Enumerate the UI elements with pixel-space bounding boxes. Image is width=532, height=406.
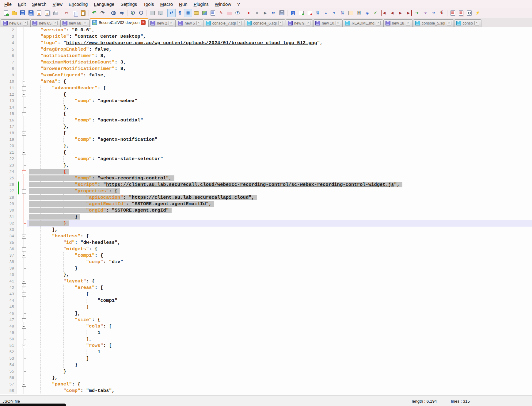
sort-descending-button[interactable] bbox=[330, 9, 338, 17]
fold-margin[interactable] bbox=[21, 252, 27, 259]
code-text[interactable]: "comp": "agentx-webex" bbox=[27, 98, 532, 104]
code-text[interactable]: "properties": { bbox=[27, 188, 532, 194]
code-text[interactable]: } bbox=[27, 362, 532, 368]
redo-button[interactable] bbox=[98, 9, 107, 17]
doc-arrow-blue-button[interactable] bbox=[429, 9, 438, 17]
code-text[interactable]: } bbox=[27, 214, 532, 220]
code-text[interactable]: { bbox=[27, 169, 532, 175]
menu-item-file[interactable]: File bbox=[1, 1, 15, 7]
code-text[interactable]: "dragDropEnabled": false, bbox=[27, 46, 532, 53]
fold-collapse-icon[interactable] bbox=[22, 293, 26, 297]
paste-button[interactable] bbox=[79, 9, 87, 17]
code-text[interactable]: "version": "0.0.6", bbox=[27, 27, 532, 33]
menu-item-search[interactable]: Search bbox=[29, 1, 50, 7]
xml-tools-button[interactable] bbox=[363, 9, 371, 17]
compare-search-button[interactable] bbox=[465, 9, 473, 17]
code-text[interactable]: "notificationTimer": 8, bbox=[27, 53, 532, 59]
close-doc-button[interactable] bbox=[35, 9, 43, 17]
fold-margin[interactable] bbox=[21, 317, 27, 323]
macro-play-button[interactable] bbox=[261, 9, 269, 17]
close-icon[interactable]: ✕ bbox=[141, 20, 146, 25]
fold-margin[interactable] bbox=[21, 323, 27, 330]
fold-collapse-icon[interactable] bbox=[22, 254, 26, 258]
code-text[interactable]: "logo": "https://www.broadsource.com.au/… bbox=[27, 40, 532, 46]
code-text[interactable]: "cols": [ bbox=[27, 323, 532, 330]
code-text[interactable]: "id": "dw-headless", bbox=[27, 239, 532, 246]
macro-save-button[interactable] bbox=[278, 9, 286, 17]
menu-item-plugins[interactable]: Plugins bbox=[191, 1, 212, 7]
close-icon[interactable]: ✕ bbox=[169, 21, 173, 25]
sort-block-button[interactable] bbox=[314, 9, 322, 17]
fold-collapse-icon[interactable] bbox=[22, 235, 26, 239]
sort-ascending-button[interactable] bbox=[322, 9, 330, 17]
word-wrap-button[interactable] bbox=[167, 9, 176, 17]
url-text[interactable]: https://client.au.lab.securecallapi.clou… bbox=[132, 195, 249, 200]
code-text[interactable]: "widgets": { bbox=[27, 246, 532, 252]
new-file-button[interactable] bbox=[2, 9, 10, 17]
document-map-button[interactable] bbox=[200, 9, 209, 17]
function-list-button[interactable] bbox=[209, 9, 217, 17]
nav-last-button[interactable] bbox=[405, 9, 413, 17]
fold-collapse-icon[interactable] bbox=[22, 318, 26, 322]
fold-margin[interactable] bbox=[21, 233, 27, 239]
code-text[interactable]: { bbox=[27, 149, 532, 156]
tab-new-2[interactable]: new 2✕ bbox=[148, 19, 176, 27]
sync-scroll-h-button[interactable] bbox=[156, 9, 165, 17]
code-text[interactable]: ], bbox=[27, 227, 532, 233]
code-text[interactable]: "comp": "agentx-state-selector" bbox=[27, 156, 532, 162]
code-text[interactable]: "maximumNotificationCount": 3, bbox=[27, 59, 532, 66]
table-insert-green-button[interactable] bbox=[297, 9, 305, 17]
fold-collapse-icon[interactable] bbox=[22, 151, 26, 155]
code-text[interactable]: ], bbox=[27, 336, 532, 343]
doc-arrow-green-button[interactable] bbox=[413, 9, 421, 17]
compare-files-button[interactable] bbox=[449, 9, 457, 17]
code-text[interactable]: } bbox=[27, 368, 532, 375]
fold-margin[interactable] bbox=[21, 169, 27, 175]
code-text[interactable]: "rows": [ bbox=[27, 343, 532, 349]
color-table-button[interactable] bbox=[347, 9, 355, 17]
save-all-button[interactable] bbox=[27, 9, 35, 17]
code-text[interactable]: "comp": "agentx-notification" bbox=[27, 136, 532, 143]
menu-item-edit[interactable]: Edit bbox=[15, 1, 29, 7]
cut-button[interactable] bbox=[63, 9, 71, 17]
code-text[interactable]: "comp1" bbox=[27, 297, 532, 304]
menu-item-encoding[interactable]: Encoding bbox=[66, 1, 91, 7]
tab-new-68[interactable]: new 68✕ bbox=[60, 19, 90, 27]
print-button[interactable] bbox=[51, 9, 60, 17]
fold-collapse-icon[interactable] bbox=[22, 170, 26, 174]
readonly-pen-button[interactable] bbox=[438, 9, 446, 17]
code-text[interactable]: "areas": [ bbox=[27, 285, 532, 291]
indent-guide-button[interactable] bbox=[184, 9, 192, 17]
sync-scroll-v-button[interactable] bbox=[148, 9, 156, 17]
close-icon[interactable]: ✕ bbox=[306, 21, 310, 25]
code-text[interactable]: { bbox=[27, 130, 532, 136]
menu-item-settings[interactable]: Settings bbox=[117, 1, 140, 7]
menu-item-tools[interactable]: Tools bbox=[140, 1, 157, 7]
close-icon[interactable]: ✕ bbox=[447, 21, 451, 25]
code-text[interactable]: }, bbox=[27, 104, 532, 111]
close-all-docs-button[interactable] bbox=[43, 9, 51, 17]
bookmark-flag-1-button[interactable] bbox=[289, 9, 297, 17]
code-text[interactable]: 1 bbox=[27, 330, 532, 336]
code-text[interactable]: 1 bbox=[27, 349, 532, 355]
fold-collapse-icon[interactable] bbox=[22, 325, 26, 329]
copy-button[interactable] bbox=[71, 9, 79, 17]
fold-margin[interactable] bbox=[21, 85, 27, 91]
tab-new-67[interactable]: new 67✕ bbox=[1, 19, 30, 27]
menu-item-macro[interactable]: Macro bbox=[157, 1, 176, 7]
close-icon[interactable]: ✕ bbox=[83, 21, 87, 25]
tab-console-6-sql[interactable]: console_6.sql✕ bbox=[245, 19, 285, 27]
editor-pane[interactable]: 2 "version": "0.0.6",3 "appTitle": "Cont… bbox=[0, 27, 532, 395]
menu-item-language[interactable]: Language bbox=[91, 1, 117, 7]
macro-record-button[interactable] bbox=[245, 9, 253, 17]
code-text[interactable]: }, bbox=[27, 375, 532, 381]
fold-collapse-icon[interactable] bbox=[22, 86, 26, 90]
current-line-text[interactable]: } bbox=[27, 220, 532, 227]
monitoring-eye-button[interactable] bbox=[234, 9, 242, 17]
fold-margin[interactable] bbox=[21, 291, 27, 297]
code-text[interactable]: "size": { bbox=[27, 317, 532, 323]
find-button[interactable] bbox=[109, 9, 118, 17]
close-icon[interactable]: ✕ bbox=[406, 21, 410, 25]
menu-item-view[interactable]: View bbox=[50, 1, 66, 7]
code-text[interactable]: [ bbox=[27, 291, 532, 297]
